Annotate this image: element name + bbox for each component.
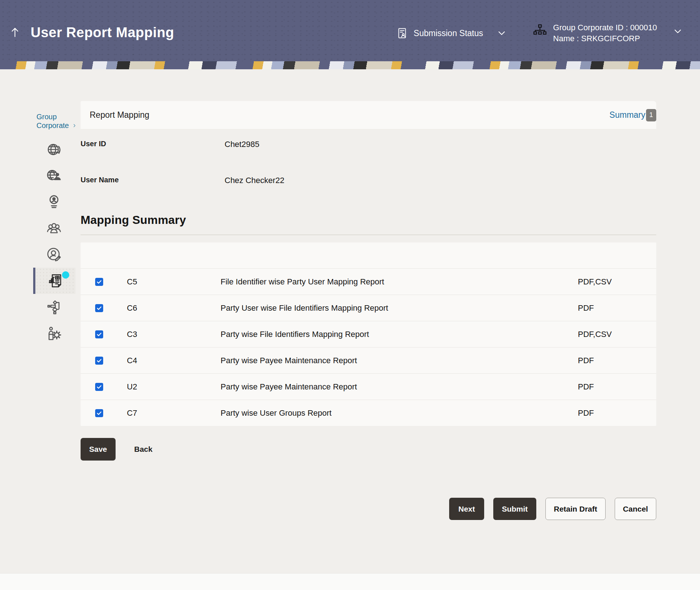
sidebar-item-global-user[interactable]	[30, 163, 78, 189]
report-code: C5	[127, 277, 221, 287]
report-checkbox[interactable]	[95, 409, 103, 417]
table-header-spacer	[81, 242, 656, 268]
sidebar-nav-list	[0, 136, 81, 346]
user-edit-icon	[46, 246, 62, 263]
mapping-table: C5 File Identifier wise Party User Mappi…	[81, 242, 656, 426]
sidebar: Group Corporate	[0, 69, 81, 590]
check-icon	[96, 279, 102, 285]
mapping-table-body: C5 File Identifier wise Party User Mappi…	[81, 268, 656, 426]
user-name-row: User Name Chez Checker22	[81, 176, 518, 185]
report-row: C4 Party wise Payee Maintenance Report P…	[81, 347, 656, 373]
report-checkbox[interactable]	[95, 304, 103, 312]
check-icon	[96, 384, 102, 390]
back-button[interactable]: Back	[134, 445, 152, 454]
report-format: PDF,CSV	[578, 330, 656, 339]
submit-button[interactable]: Submit	[493, 498, 536, 520]
report-row: C5 File Identifier wise Party User Mappi…	[81, 268, 656, 295]
check-icon	[96, 358, 102, 364]
next-button[interactable]: Next	[449, 498, 484, 520]
group-corporate-label: Group Corporate	[36, 112, 70, 130]
sidebar-item-user-details[interactable]	[30, 189, 78, 215]
footer-actions: Next Submit Retain Draft Cancel	[449, 498, 656, 520]
report-format: PDF	[578, 303, 656, 313]
report-code: C4	[127, 356, 221, 365]
summary-count-badge: 1	[646, 109, 656, 121]
sidebar-item-user-groups[interactable]	[30, 215, 78, 241]
report-checkbox[interactable]	[95, 383, 103, 391]
mapping-summary-heading: Mapping Summary	[81, 213, 186, 227]
users-group-icon	[46, 220, 62, 237]
user-card-icon	[46, 194, 62, 210]
retain-draft-button[interactable]: Retain Draft	[545, 498, 606, 520]
summary-link[interactable]: Summary 1	[610, 101, 656, 129]
cancel-button[interactable]: Cancel	[615, 498, 656, 520]
report-name: Party wise User Groups Report	[221, 408, 578, 418]
user-id-row: User ID Chet2985	[81, 140, 518, 149]
report-code: C7	[127, 408, 221, 418]
report-name: Party wise Payee Maintenance Report	[221, 382, 578, 392]
report-row: U2 Party wise Payee Maintenance Report P…	[81, 373, 656, 400]
report-format: PDF	[578, 356, 656, 365]
report-row: C6 Party User wise File Identifiers Mapp…	[81, 295, 656, 321]
user-gear-icon	[46, 325, 62, 342]
user-name-label: User Name	[81, 176, 225, 185]
sidebar-item-user-profile-edit[interactable]	[30, 241, 78, 268]
page-footer	[0, 573, 700, 590]
workflow-icon	[46, 299, 62, 315]
report-checkbox[interactable]	[95, 330, 103, 338]
globe-user-icon	[46, 167, 62, 184]
report-code: C6	[127, 303, 221, 313]
report-checkbox[interactable]	[95, 278, 103, 286]
report-mapping-card-header: Report Mapping Summary 1	[81, 101, 656, 129]
report-name: Party User wise File Identifiers Mapping…	[221, 303, 578, 313]
card-title: Report Mapping	[90, 110, 149, 120]
sidebar-item-workflow-management[interactable]	[30, 294, 78, 320]
globe-refresh-icon	[46, 141, 62, 158]
summary-link-label: Summary	[610, 110, 645, 120]
check-icon	[96, 410, 102, 416]
report-code: C3	[127, 330, 221, 339]
check-icon	[96, 331, 102, 337]
chevron-right-icon	[73, 123, 77, 129]
sidebar-item-user-report-mapping[interactable]	[33, 268, 75, 294]
report-code: U2	[127, 382, 221, 392]
report-format: PDF	[578, 408, 656, 418]
report-format: PDF,CSV	[578, 277, 656, 287]
notification-dot	[62, 271, 69, 279]
up-arrow-icon[interactable]	[9, 26, 21, 39]
report-name: Party wise Payee Maintenance Report	[221, 356, 578, 365]
user-id-label: User ID	[81, 140, 225, 149]
main-content: Report Mapping Summary 1 User ID Chet298…	[81, 0, 656, 590]
user-name-value: Chez Checker22	[225, 176, 284, 185]
save-button[interactable]: Save	[81, 438, 116, 461]
sidebar-group-corporate-link[interactable]: Group Corporate	[36, 112, 77, 130]
report-row: C7 Party wise User Groups Report PDF	[81, 400, 656, 426]
report-format: PDF	[578, 382, 656, 392]
sidebar-item-user-roles-configuration[interactable]	[30, 320, 78, 346]
report-checkbox[interactable]	[95, 357, 103, 365]
check-icon	[96, 305, 102, 311]
chevron-down-icon	[673, 27, 682, 36]
report-mapping-icon	[47, 272, 64, 289]
report-name: File Identifier wise Party User Mapping …	[221, 277, 578, 287]
report-row: C3 Party wise File Identifiers Mapping R…	[81, 321, 656, 347]
report-name: Party wise File Identifiers Mapping Repo…	[221, 330, 578, 339]
user-id-value: Chet2985	[225, 140, 259, 149]
save-row: Save Back	[81, 438, 152, 461]
sidebar-item-global-settings[interactable]	[30, 136, 78, 163]
section-divider	[81, 234, 656, 235]
